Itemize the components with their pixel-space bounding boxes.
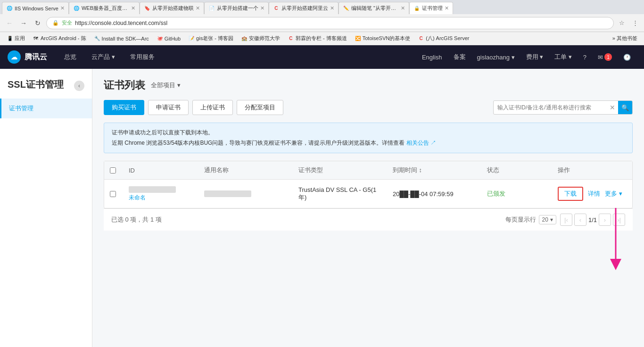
github-favicon: 🐙 (157, 35, 163, 42)
nav-help[interactable]: ? (578, 45, 592, 69)
th-status: 状态 (481, 161, 552, 179)
bookmark-university[interactable]: 🏫 安徽师范大学 (238, 34, 283, 43)
first-page-button[interactable]: |‹ (560, 214, 572, 226)
browser-window: 🌐 IIS Windows Serve ✕ 🌐 WEB服务器_百度百科 ✕ 🔖 … (0, 0, 644, 347)
bookmark-gis-blog[interactable]: 📝 gis老张 - 博客园 (185, 34, 236, 43)
prev-page-button[interactable]: ‹ (574, 214, 586, 226)
sidebar-collapse-button[interactable]: ‹ (74, 81, 84, 91)
select-all-checkbox[interactable] (110, 167, 116, 174)
content-wrapper: 证书列表 全部项目 ▾ 购买证书 申请证书 上传证书 分配至项目 ✕ (92, 69, 644, 347)
tab-close-3[interactable]: ✕ (196, 5, 200, 11)
nav-english[interactable]: English (416, 45, 448, 69)
back-button[interactable]: ← (4, 17, 15, 29)
per-page-value: 20 (542, 216, 548, 223)
tab-title-5: 从零开始搭建阿里云 (281, 5, 328, 12)
next-page-button[interactable]: › (599, 214, 611, 226)
bookmark-guolin-label: 郭霖的专栏 - 博客频道 (296, 35, 347, 42)
sidebar-nav: 证书管理 (0, 99, 92, 347)
tab-6[interactable]: ✏️ 编辑随笔 "从零开始... ✕ (339, 2, 409, 14)
tab-title-2: WEB服务器_百度百科 (82, 5, 129, 12)
bookmark-arcgis-server-label: (八) ArcGIS Server (426, 35, 469, 42)
nav-right: English 备案 gislaozhang ▾ 费用 ▾ 工单 ▾ ? (416, 45, 636, 69)
tab-close-5[interactable]: ✕ (330, 5, 334, 11)
tab-favicon-7: 🔒 (413, 5, 420, 12)
per-page-label: 每页显示行 (505, 215, 536, 224)
project-filter-dropdown[interactable]: 全部项目 ▾ (151, 81, 181, 90)
buy-cert-button[interactable]: 购买证书 (104, 100, 144, 115)
tab-close-4[interactable]: ✕ (260, 5, 264, 11)
more-dropdown[interactable]: 更多 ▾ (605, 190, 622, 198)
tab-close-1[interactable]: ✕ (60, 5, 65, 11)
cert-status-value: 已颁发 (487, 190, 505, 198)
bookmark-arcgis-server[interactable]: C (八) ArcGIS Server (415, 34, 472, 43)
arcgis-server-favicon: C (418, 35, 424, 42)
row-checkbox[interactable] (110, 191, 116, 197)
bookmark-more[interactable]: » 其他书签 (610, 34, 640, 43)
cert-expiry-value: 20██-██-04 07:59:59 (393, 190, 454, 198)
nav-services[interactable]: 常用服务 (123, 45, 162, 69)
search-input[interactable] (494, 104, 607, 111)
tab-title-7: 证书管理 (422, 5, 443, 12)
extensions-button[interactable]: ⋮ (630, 18, 640, 28)
page-nav: |‹ ‹ 1/1 › ›| (560, 214, 625, 226)
tab-3[interactable]: 🔖 从零开始搭建物联 ✕ (140, 2, 204, 14)
bookmarks-bar: 📱 应用 🗺 ArcGIS Android - 陈 🔧 Install the … (0, 32, 644, 45)
nav-overview[interactable]: 总览 (57, 45, 84, 69)
sidebar-item-cert-management[interactable]: 证书管理 (0, 99, 92, 118)
bookmark-tortoise[interactable]: 🔀 TotoiseSVN的基本使 (352, 34, 413, 43)
tab-2[interactable]: 🌐 WEB服务器_百度百科 ✕ (69, 2, 140, 14)
notice-link[interactable]: 相关公告 ↗ (406, 140, 436, 146)
th-expiry[interactable]: 到期时间 ↕ (387, 161, 481, 179)
nav-user[interactable]: gislaozhang ▾ (471, 45, 520, 69)
guolin-favicon: C (288, 35, 294, 42)
apply-cert-button[interactable]: 申请证书 (148, 100, 189, 115)
nav-ticket-label: 工单 ▾ (554, 53, 572, 61)
nav-help-label: ? (583, 54, 586, 61)
tab-close-2[interactable]: ✕ (131, 5, 135, 11)
notice-line1: 证书申请成功之后可以直接下载到本地。 (112, 128, 625, 138)
tab-close-6[interactable]: ✕ (401, 5, 405, 11)
tab-4[interactable]: 📄 从零开始搭建一个 ✕ (204, 2, 269, 14)
lock-icon: 🔒 (52, 20, 59, 26)
notice-banner: 证书申请成功之后可以直接下载到本地。 近期 Chrome 浏览器53/54版本内… (104, 123, 633, 153)
nav-menu: 总览 云产品 ▾ 常用服务 (57, 45, 162, 69)
bookmark-tortoise-label: TotoiseSVN的基本使 (363, 35, 410, 42)
tab-7[interactable]: 🔒 证书管理 ✕ (409, 2, 453, 14)
nav-billing[interactable]: 费用 ▾ (520, 45, 549, 69)
cert-type-value: TrustAsia DV SSL CA - G5(1年) (298, 186, 381, 202)
bookmark-apps[interactable]: 📱 应用 (4, 34, 28, 43)
top-nav: ☁ 腾讯云 总览 云产品 ▾ 常用服务 English (0, 45, 644, 69)
td-type: TrustAsia DV SSL CA - G5(1年) (293, 182, 387, 207)
reload-button[interactable]: ↻ (32, 17, 43, 29)
bookmark-guolin[interactable]: C 郭霖的专栏 - 博客频道 (285, 34, 350, 43)
cert-table: ID 通用名称 证书类型 到期时间 ↕ (104, 161, 633, 208)
bookmark-arcgis-android[interactable]: 🗺 ArcGIS Android - 陈 (30, 34, 89, 43)
tab-5[interactable]: C 从零开始搭建阿里云 ✕ (269, 2, 339, 14)
address-input[interactable]: 🔒 安全 https://console.cloud.tencent.com/s… (46, 17, 614, 29)
page-content: ☁ 腾讯云 总览 云产品 ▾ 常用服务 English (0, 45, 644, 347)
nav-beian[interactable]: 备案 (448, 45, 471, 69)
download-button[interactable]: 下载 (558, 187, 583, 201)
tab-1[interactable]: 🌐 IIS Windows Serve ✕ (2, 2, 69, 14)
nav-mail[interactable]: ✉ 1 (592, 45, 618, 69)
search-clear-button[interactable]: ✕ (607, 104, 618, 111)
notice-line2: 近期 Chrome 浏览器53/54版本内核BUG问题，导致与赛门铁克根证书不兼… (112, 138, 625, 149)
bookmark-install-sdk[interactable]: 🔧 Install the SDK—Arc (91, 34, 152, 43)
page-info: 1/1 (588, 216, 597, 223)
last-page-button[interactable]: ›| (613, 214, 625, 226)
tab-favicon-4: 📄 (208, 5, 215, 12)
bookmark-star-button[interactable]: ☆ (617, 18, 627, 28)
bookmark-github-label: GitHub (165, 36, 181, 41)
assign-cert-button[interactable]: 分配至项目 (237, 100, 283, 115)
per-page-select[interactable]: 20 ▾ (539, 215, 556, 224)
bookmark-github[interactable]: 🐙 GitHub (154, 34, 183, 43)
nav-products[interactable]: 云产品 ▾ (84, 45, 123, 69)
search-submit-button[interactable]: 🔍 (618, 101, 632, 114)
nav-ticket[interactable]: 工单 ▾ (549, 45, 578, 69)
arcgis-android-favicon: 🗺 (33, 35, 39, 42)
forward-button[interactable]: → (18, 17, 29, 29)
detail-link[interactable]: 详情 (588, 190, 600, 198)
tab-close-7[interactable]: ✕ (445, 5, 449, 11)
upload-cert-button[interactable]: 上传证书 (192, 100, 233, 115)
nav-clock[interactable]: 🕐 (618, 45, 636, 69)
